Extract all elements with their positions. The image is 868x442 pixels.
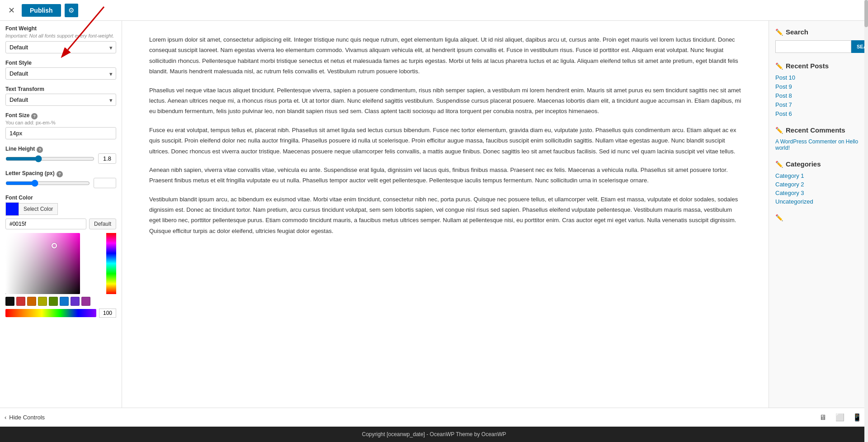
commenter-link[interactable]: A WordPress Commenter bbox=[775, 138, 837, 145]
comment-text: A WordPress Commenter on Hello world! bbox=[775, 138, 862, 151]
color-presets bbox=[5, 297, 116, 306]
recent-comments-title: ✏️ Recent Comments bbox=[775, 126, 862, 134]
font-size-label-row: Font Size ? bbox=[5, 112, 116, 120]
content-paragraph: Vestibulum blandit ipsum arcu, ac bibend… bbox=[149, 194, 741, 237]
desktop-view-button[interactable]: 🖥 bbox=[816, 411, 829, 424]
post-link[interactable]: Post 6 bbox=[775, 110, 862, 117]
categories-title: ✏️ Categories bbox=[775, 160, 862, 168]
recent-comments-widget: ✏️ Recent Comments A WordPress Commenter… bbox=[775, 126, 862, 151]
letter-spacing-label-row: Letter Spacing (px) ? bbox=[5, 170, 116, 178]
post-link[interactable]: Post 9 bbox=[775, 83, 862, 90]
pencil-icon-4: ✏️ bbox=[775, 161, 783, 168]
pencil-icon-2: ✏️ bbox=[775, 62, 783, 70]
color-preset[interactable] bbox=[71, 297, 80, 306]
bottom-bar: ‹ Hide Controls 🖥 ⬜ 📱 bbox=[0, 408, 868, 427]
font-style-select[interactable]: Default bbox=[5, 67, 116, 80]
font-size-input[interactable]: 14px bbox=[5, 127, 116, 139]
left-panel: Font Weight Important: Not all fonts sup… bbox=[0, 21, 122, 408]
letter-spacing-slider[interactable] bbox=[5, 180, 90, 187]
publish-button[interactable]: Publish bbox=[22, 4, 61, 17]
category-link[interactable]: Category 2 bbox=[775, 181, 862, 188]
color-preset[interactable] bbox=[60, 297, 69, 306]
pencil-icon-3: ✏️ bbox=[775, 127, 783, 134]
color-preset[interactable] bbox=[27, 297, 36, 306]
category-link[interactable]: Category 3 bbox=[775, 190, 862, 196]
bottom-icons: 🖥 ⬜ 📱 bbox=[816, 411, 863, 424]
top-bar: ✕ Publish ⚙ bbox=[0, 0, 868, 21]
recent-posts-widget: ✏️ Recent Posts Post 10Post 9Post 8Post … bbox=[775, 62, 862, 117]
select-color-button[interactable]: Select Color bbox=[19, 203, 58, 215]
category-link[interactable]: Uncategorized bbox=[775, 198, 862, 205]
search-input[interactable] bbox=[775, 40, 851, 53]
color-picker-area: 100 bbox=[5, 233, 116, 318]
hide-controls-label: Hide Controls bbox=[9, 414, 45, 421]
color-cursor bbox=[52, 243, 57, 248]
line-height-slider[interactable] bbox=[5, 155, 94, 162]
mobile-view-button[interactable]: 📱 bbox=[851, 411, 863, 424]
font-weight-note: Important: Not all fonts support every f… bbox=[5, 33, 116, 38]
color-preset[interactable] bbox=[49, 297, 58, 306]
letter-spacing-row bbox=[5, 178, 116, 188]
categories-widget: ✏️ Categories Category 1Category 2Catego… bbox=[775, 160, 862, 205]
scrollbar-thumb bbox=[864, 0, 868, 27]
post-link[interactable]: Post 8 bbox=[775, 92, 862, 99]
text-transform-select[interactable]: Default bbox=[5, 94, 116, 106]
post-link[interactable]: Post 7 bbox=[775, 101, 862, 108]
content-paragraph: Fusce eu erat volutpat, tempus tellus et… bbox=[149, 125, 741, 157]
pencil-icon: ✏️ bbox=[775, 29, 783, 36]
footer-text: Copyright [oceanwp_date] - OceanWP Theme… bbox=[362, 431, 506, 437]
color-preset[interactable] bbox=[38, 297, 47, 306]
color-default-button[interactable]: Default bbox=[89, 219, 116, 229]
line-height-row: 1.8 bbox=[5, 153, 116, 164]
content-paragraph: Aenean nibh sapien, viverra vitae conval… bbox=[149, 165, 741, 186]
color-swatch-row: Select Color bbox=[5, 202, 116, 216]
line-height-section: Line Height ? 1.8 bbox=[5, 146, 116, 164]
letter-spacing-section: Letter Spacing (px) ? bbox=[5, 170, 116, 188]
line-height-info-icon[interactable]: ? bbox=[37, 147, 43, 153]
color-hex-input[interactable]: #0015f bbox=[5, 219, 86, 229]
color-strip-row: 100 bbox=[5, 309, 116, 318]
color-gradient[interactable] bbox=[5, 233, 80, 294]
font-size-section: Font Size ? You can add: px-em-% 14px bbox=[5, 112, 116, 139]
recent-posts-title: ✏️ Recent Posts bbox=[775, 62, 862, 70]
color-gradient-light bbox=[5, 233, 80, 294]
font-color-section: Font Color Select Color #0015f Default bbox=[5, 195, 116, 318]
color-strip[interactable] bbox=[5, 309, 96, 317]
color-preset[interactable] bbox=[5, 297, 14, 306]
font-weight-select[interactable]: Default bbox=[5, 41, 116, 53]
letter-spacing-info-icon[interactable]: ? bbox=[57, 171, 63, 177]
main-layout: Font Weight Important: Not all fonts sup… bbox=[0, 21, 868, 408]
text-transform-label: Text Transform bbox=[5, 86, 116, 92]
right-sidebar: ✏️ Search SEARCH ✏️ Recent Posts Post 10… bbox=[769, 21, 868, 408]
color-preset[interactable] bbox=[81, 297, 90, 306]
letter-spacing-label: Letter Spacing (px) bbox=[5, 170, 55, 176]
content-paragraph: Phasellus vel neque vitae lacus aliquet … bbox=[149, 85, 741, 117]
font-size-info-icon[interactable]: ? bbox=[31, 113, 38, 119]
font-color-label: Font Color bbox=[5, 195, 116, 201]
line-height-value[interactable]: 1.8 bbox=[98, 153, 116, 164]
line-height-label: Line Height bbox=[5, 146, 35, 152]
line-height-label-row: Line Height ? bbox=[5, 146, 116, 153]
color-hex-row: #0015f Default bbox=[5, 219, 116, 229]
footer: Copyright [oceanwp_date] - OceanWP Theme… bbox=[0, 427, 868, 442]
center-content: Lorem ipsum dolor sit amet, consectetur … bbox=[122, 21, 769, 408]
color-swatch[interactable] bbox=[5, 202, 19, 216]
post-link[interactable]: Post 10 bbox=[775, 74, 862, 81]
search-widget-title: ✏️ Search bbox=[775, 28, 862, 36]
close-button[interactable]: ✕ bbox=[5, 4, 18, 17]
picker-row bbox=[5, 233, 116, 294]
page-scrollbar[interactable] bbox=[864, 0, 868, 442]
content-paragraph: Lorem ipsum dolor sit amet, consectetur … bbox=[149, 34, 741, 77]
text-transform-select-wrapper: Default bbox=[5, 94, 116, 106]
font-style-select-wrapper: Default bbox=[5, 67, 116, 80]
hide-controls-button[interactable]: ‹ Hide Controls bbox=[5, 414, 45, 421]
letter-spacing-value[interactable] bbox=[94, 178, 116, 188]
category-link[interactable]: Category 1 bbox=[775, 172, 862, 179]
settings-button[interactable]: ⚙ bbox=[65, 4, 78, 17]
hue-slider[interactable] bbox=[106, 233, 116, 294]
close-icon: ✕ bbox=[8, 5, 15, 15]
opacity-input[interactable]: 100 bbox=[99, 309, 116, 318]
font-size-hint: You can add: px-em-% bbox=[5, 120, 116, 125]
color-preset[interactable] bbox=[16, 297, 25, 306]
tablet-view-button[interactable]: ⬜ bbox=[834, 411, 846, 424]
